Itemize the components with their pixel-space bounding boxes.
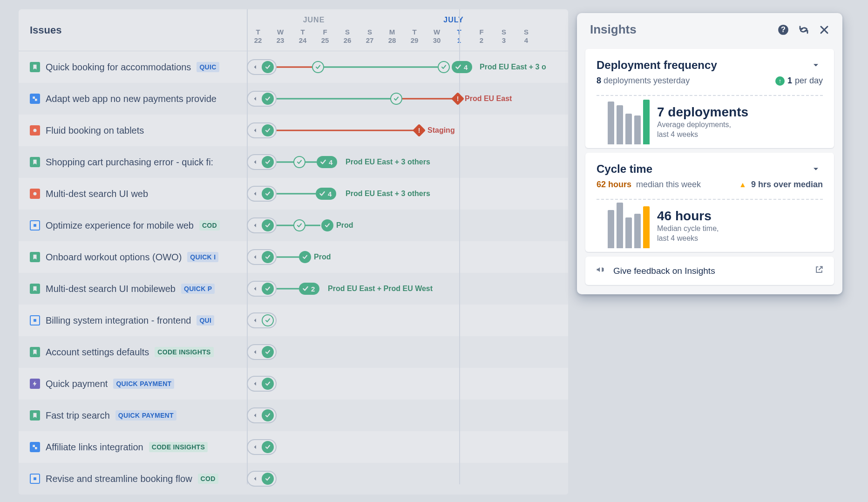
deployment-node[interactable] [262, 188, 274, 200]
expand-pill[interactable] [247, 471, 277, 487]
issue-row-left: Revise and streamline booking flowCOD [19, 474, 247, 484]
issue-row[interactable]: Fast trip searchQUICK PAYMENT [19, 400, 568, 431]
deployment-count-badge[interactable]: 4 [316, 188, 336, 200]
issue-row[interactable]: Onboard workout options (OWO)QUICK IProd [19, 241, 568, 273]
feedback-label: Give feedback on Insights [613, 266, 806, 276]
issue-row[interactable]: Billing system integration - frontendQUI [19, 305, 568, 336]
issue-row[interactable]: Account settings defaultsCODE INSIGHTS [19, 336, 568, 368]
expand-pill[interactable] [247, 407, 277, 423]
cycle-big-value: 46 hours [657, 209, 719, 224]
epic-badge[interactable]: CODE INSIGHTS [149, 442, 208, 452]
epic-badge[interactable]: QUICK PAYMENT [113, 379, 174, 389]
issue-row[interactable]: Quick booking for accommodationsQUIC4Pro… [19, 51, 568, 83]
deployment-node[interactable] [438, 61, 450, 73]
chevron-down-icon[interactable] [809, 162, 823, 176]
expand-pill[interactable] [247, 154, 277, 170]
issue-row[interactable]: Revise and streamline booking flowCOD [19, 463, 568, 495]
give-feedback-button[interactable]: Give feedback on Insights [585, 257, 834, 285]
deployment-count-badge[interactable]: 2 [299, 283, 319, 295]
story-icon [30, 347, 40, 357]
cycle-time-card[interactable]: Cycle time 62 hours median this week ▲ 9… [585, 153, 834, 252]
warning-icon[interactable] [451, 92, 464, 105]
expand-pill[interactable] [247, 312, 277, 328]
deployment-node[interactable] [262, 409, 274, 421]
deployment-node[interactable] [262, 473, 274, 485]
issue-timeline [247, 336, 568, 368]
cycle-sub2: last 4 weeks [657, 233, 719, 244]
issue-row[interactable]: Affiliate links integrationCODE INSIGHTS [19, 431, 568, 463]
issue-row-left: Optimize experience for mobile webCOD [19, 220, 247, 231]
issue-title: Onboard workout options (OWO) [46, 252, 182, 263]
deployment-count-badge[interactable]: 4 [317, 156, 337, 168]
issue-title: Shopping cart purchasing error - quick f… [46, 157, 213, 168]
warning-icon[interactable] [413, 124, 426, 137]
expand-pill[interactable] [247, 344, 277, 360]
deployment-node[interactable] [321, 219, 333, 231]
issue-row[interactable]: Fluid booking on tabletsStaging [19, 115, 568, 146]
expand-pill[interactable] [247, 249, 277, 265]
epic-badge[interactable]: COD [199, 220, 220, 231]
issue-row[interactable]: Adapt web app no new payments providePro… [19, 83, 568, 115]
deployment-node[interactable] [293, 219, 305, 231]
epic-badge[interactable]: QUICK PAYMENT [115, 410, 176, 421]
deployment-line [274, 67, 312, 68]
deploy-delta: ↑ 1 per day [775, 76, 823, 86]
deployment-count-badge[interactable]: 4 [452, 61, 472, 73]
deployment-frequency-card[interactable]: Deployment frequency 8 deployments yeste… [585, 49, 834, 148]
issue-row[interactable]: Multi-dest search UI web4Prod EU East + … [19, 178, 568, 210]
issue-row[interactable]: Multi-dest search UI mobilewebQUICK P2Pr… [19, 273, 568, 305]
epic-badge[interactable]: QUIC [197, 62, 219, 72]
epic-badge[interactable]: QUI [197, 315, 214, 326]
expand-pill[interactable] [247, 186, 277, 202]
deployment-node[interactable] [262, 314, 274, 326]
deployment-node[interactable] [262, 219, 274, 231]
deployment-node[interactable] [262, 61, 274, 73]
calendar-day: S4 [515, 26, 537, 51]
expand-pill[interactable] [247, 91, 277, 107]
svg-point-3 [34, 192, 37, 196]
epic-badge[interactable]: QUICK P [181, 284, 215, 294]
deployment-node[interactable] [262, 124, 274, 136]
chart-bar [625, 114, 632, 144]
svg-text:?: ? [781, 25, 786, 34]
expand-pill[interactable] [247, 59, 277, 75]
deployment-node[interactable] [262, 156, 274, 168]
calendar-days: T22W23T24F25S26S27M28T29W30T1F2S3S4 [247, 26, 568, 51]
issue-timeline [247, 463, 568, 495]
chevron-left-icon [251, 221, 260, 230]
deployment-line [274, 257, 299, 258]
deployment-line [274, 130, 414, 131]
expand-pill[interactable] [247, 376, 277, 392]
expand-pill[interactable] [247, 122, 277, 138]
deployment-node[interactable] [262, 251, 274, 263]
calendar-day: T22 [247, 26, 269, 51]
chevron-left-icon [251, 126, 260, 135]
open-external-icon [814, 265, 824, 277]
deployment-node[interactable] [262, 378, 274, 390]
deployment-node[interactable] [312, 61, 324, 73]
epic-badge[interactable]: CODE INSIGHTS [155, 347, 213, 357]
help-icon[interactable]: ? [776, 23, 790, 37]
deployment-node[interactable] [262, 441, 274, 453]
issue-timeline: Prod EU East [247, 83, 568, 115]
deployment-node[interactable] [299, 251, 311, 263]
close-icon[interactable] [817, 23, 831, 37]
expand-pill[interactable] [247, 217, 277, 233]
refresh-icon[interactable] [797, 23, 811, 37]
epic-badge[interactable]: COD [198, 474, 218, 484]
deployment-node[interactable] [262, 283, 274, 295]
month-label-july: JULY [381, 16, 526, 24]
deployment-node[interactable] [390, 93, 402, 105]
calendar-day: F2 [470, 26, 493, 51]
issue-row[interactable]: Optimize experience for mobile webCODPro… [19, 210, 568, 241]
expand-pill[interactable] [247, 439, 277, 455]
epic-badge[interactable]: QUICK I [187, 252, 218, 262]
deployment-node[interactable] [262, 346, 274, 358]
deployment-node[interactable] [293, 156, 305, 168]
expand-pill[interactable] [247, 281, 277, 297]
issue-row[interactable]: Quick paymentQUICK PAYMENT [19, 368, 568, 400]
chevron-down-icon[interactable] [809, 58, 823, 72]
chevron-left-icon [251, 347, 260, 357]
issue-row[interactable]: Shopping cart purchasing error - quick f… [19, 146, 568, 178]
deployment-node[interactable] [262, 93, 274, 105]
